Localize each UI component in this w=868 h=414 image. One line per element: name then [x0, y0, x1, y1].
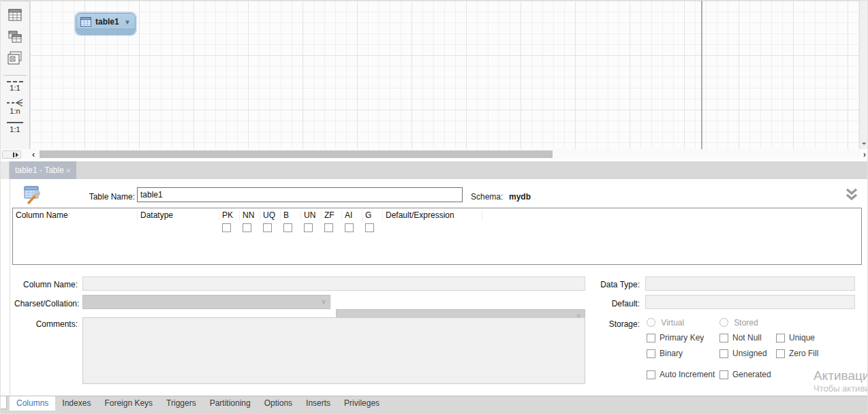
- rel-1to1-identifying-tool[interactable]: 1:1: [7, 122, 23, 133]
- columns-grid[interactable]: Column Name Datatype PK NN UQ B UN ZF AI…: [12, 208, 862, 265]
- storage-virtual-radio[interactable]: Virtual: [647, 318, 684, 328]
- rel-1to1-nonidentifying-tool[interactable]: 1:1: [7, 81, 23, 92]
- new-row-nn-checkbox[interactable]: [243, 223, 251, 232]
- radio-icon: [719, 318, 728, 327]
- solid-line-icon: [7, 122, 23, 123]
- not-null-checkbox[interactable]: Not Null: [719, 333, 762, 343]
- charset-dropdown[interactable]: ˅: [82, 295, 330, 309]
- tab-options[interactable]: Options: [258, 396, 299, 411]
- tab-triggers[interactable]: Triggers: [159, 396, 203, 411]
- crow-foot-icon: [6, 99, 24, 107]
- vertical-scrollbar[interactable]: ⌄: [859, 1, 867, 149]
- tab-table1-table[interactable]: table1 - Table ×: [10, 161, 76, 179]
- checkbox-icon: [647, 349, 655, 358]
- scroll-right-arrow[interactable]: ›: [861, 150, 868, 159]
- tab-inserts[interactable]: Inserts: [299, 396, 337, 411]
- comments-label: Comments:: [14, 319, 78, 329]
- diagram-toolbar: 1:1 1:n 1:1: [1, 1, 30, 149]
- place-view-icon[interactable]: [7, 29, 23, 45]
- tab-privileges[interactable]: Privileges: [337, 396, 386, 411]
- default-input[interactable]: [645, 295, 855, 309]
- generated-checkbox[interactable]: Generated: [719, 370, 771, 379]
- unsigned-checkbox[interactable]: Unsigned: [719, 349, 767, 358]
- tab-foreign-keys[interactable]: Foreign Keys: [97, 396, 159, 411]
- table-node-label: table1: [95, 17, 119, 27]
- col-header[interactable]: UQ: [260, 210, 281, 221]
- checkbox-icon: [647, 334, 655, 343]
- table-node[interactable]: table1 ▼: [76, 13, 136, 35]
- new-row-pk-checkbox[interactable]: [222, 223, 231, 232]
- rel-1ton-nonidentifying-tool[interactable]: 1:n: [6, 99, 24, 115]
- col-header[interactable]: Datatype: [138, 210, 219, 221]
- mysql-workbench-window: 1:1 1:n 1:1 table1 ▼ ⌄: [0, 0, 868, 414]
- tab-close-icon[interactable]: ×: [65, 165, 71, 176]
- col-header[interactable]: Column Name: [13, 210, 138, 221]
- radio-icon: [647, 318, 655, 327]
- place-image-icon[interactable]: [7, 50, 23, 67]
- rel-tool-label: 1:1: [10, 84, 20, 92]
- data-type-label: Data Type:: [592, 280, 640, 289]
- tab-partitioning[interactable]: Partitioning: [203, 396, 258, 411]
- checkbox-icon: [719, 349, 728, 358]
- table-icon: [80, 17, 91, 27]
- new-row-b-checkbox[interactable]: [283, 223, 292, 232]
- col-header[interactable]: UN: [301, 210, 322, 221]
- eer-diagram-canvas[interactable]: table1 ▼: [30, 1, 861, 149]
- scroll-left-arrow[interactable]: ‹: [32, 149, 35, 159]
- auto-increment-checkbox[interactable]: Auto Increment: [647, 370, 715, 379]
- table-editor-panel: Table Name: Schema: mydb Column Name Dat…: [1, 179, 868, 396]
- schema-label: Schema:: [471, 192, 503, 202]
- col-header[interactable]: B: [281, 210, 301, 221]
- new-row-uq-checkbox[interactable]: [263, 223, 272, 232]
- new-row-ai-checkbox[interactable]: [345, 223, 354, 232]
- storage-stored-radio[interactable]: Stored: [719, 318, 758, 328]
- col-header[interactable]: AI: [342, 210, 362, 221]
- col-header[interactable]: NN: [240, 210, 260, 221]
- scroll-down-arrow[interactable]: ⌄: [860, 138, 868, 145]
- node-dropdown-icon[interactable]: ▼: [124, 18, 131, 26]
- columns-grid-header: Column Name Datatype PK NN UQ B UN ZF AI…: [13, 208, 861, 221]
- checkbox-icon: [647, 370, 655, 379]
- col-header[interactable]: Default/Expression: [383, 210, 482, 221]
- column-name-label: Column Name:: [14, 280, 78, 289]
- horizontal-scrollbar-thumb[interactable]: [40, 150, 553, 158]
- comments-textarea[interactable]: [82, 317, 585, 384]
- toolbar-separator: [3, 75, 27, 76]
- dashed-line-icon: [7, 81, 23, 82]
- charset-collation-label: Charset/Collation:: [14, 299, 78, 308]
- zero-fill-checkbox[interactable]: Zero Fill: [776, 349, 818, 358]
- col-header[interactable]: ZF: [322, 210, 342, 221]
- bottom-bar-gutter: [1, 396, 7, 409]
- editor-tab-bar: table1 - Table ×: [1, 161, 868, 179]
- rel-tool-label: 1:n: [10, 107, 20, 115]
- rel-tool-label: 1:1: [10, 125, 20, 133]
- watermark-line2: Чтобы активи: [813, 383, 868, 394]
- horizontal-scrollbar[interactable]: ‹: [1, 149, 861, 159]
- column-name-input[interactable]: [82, 276, 585, 291]
- table-name-label: Table Name:: [78, 192, 135, 202]
- col-header[interactable]: PK: [219, 210, 240, 221]
- checkbox-icon: [776, 334, 785, 343]
- activation-watermark: Активация Чтобы активи: [813, 368, 868, 394]
- binary-checkbox[interactable]: Binary: [647, 349, 683, 358]
- place-table-icon[interactable]: [7, 7, 23, 23]
- tab-indexes[interactable]: Indexes: [55, 396, 97, 411]
- dropdown-arrow-icon: ˅: [322, 298, 326, 306]
- table-name-input[interactable]: [137, 187, 463, 202]
- expand-panel-button[interactable]: [2, 150, 21, 159]
- checkbox-label: Auto Increment: [660, 370, 715, 379]
- checkbox-label: Binary: [660, 349, 683, 358]
- new-row-zf-checkbox[interactable]: [324, 223, 333, 232]
- collapse-header-icon[interactable]: [843, 188, 861, 202]
- page-boundary-line: [701, 1, 702, 149]
- data-type-input[interactable]: [645, 276, 855, 291]
- new-row-un-checkbox[interactable]: [304, 223, 313, 232]
- unique-checkbox[interactable]: Unique: [776, 333, 815, 343]
- primary-key-checkbox[interactable]: Primary Key: [647, 333, 704, 343]
- table-editor-icon: [23, 186, 42, 204]
- checkbox-icon: [719, 370, 728, 379]
- tab-columns[interactable]: Columns: [10, 396, 55, 411]
- checkbox-label: Primary Key: [660, 333, 704, 343]
- new-row-g-checkbox[interactable]: [365, 223, 374, 232]
- col-header[interactable]: G: [362, 210, 383, 221]
